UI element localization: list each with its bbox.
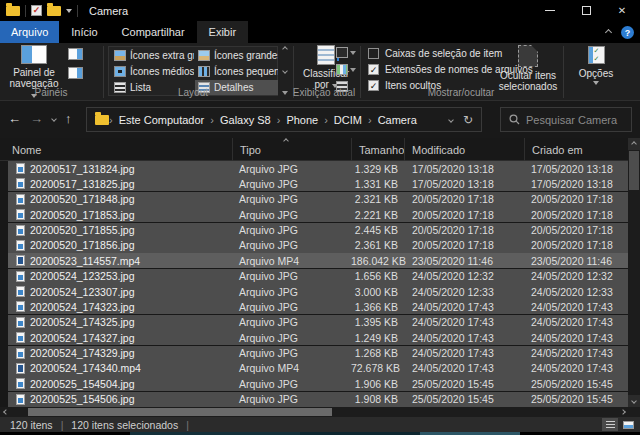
explorer-window: ✓ Camera ✕ Arquivo Início Compartilhar E…: [0, 0, 640, 435]
properties-icon[interactable]: ✓: [31, 5, 42, 16]
column-header-tipo[interactable]: Tipo: [232, 138, 351, 161]
table-row[interactable]: 20200520_171853.jpg Arquivo JPG 2.221 KB…: [8, 207, 628, 222]
tab-exibir[interactable]: Exibir: [197, 21, 249, 43]
table-row[interactable]: 20200523_114557.mp4 Arquivo MP4 186.042 …: [8, 253, 628, 268]
file-type: Arquivo JPG: [232, 239, 351, 251]
column-header-tamanho[interactable]: Tamanho: [351, 138, 404, 161]
options-button[interactable]: Opções: [568, 46, 624, 85]
history-dropdown-icon[interactable]: [51, 116, 57, 122]
vertical-scroll-thumb[interactable]: [629, 151, 639, 190]
table-row[interactable]: 20200525_154506.jpg Arquivo JPG 1.908 KB…: [8, 392, 628, 407]
forward-icon[interactable]: →: [30, 111, 43, 126]
file-created: 23/05/2020 11:46: [524, 255, 628, 267]
checkbox-icon[interactable]: ✓: [368, 64, 379, 75]
scroll-right-icon[interactable]: [617, 407, 628, 417]
file-size: 1.329 KB: [351, 163, 404, 175]
maximize-button[interactable]: [568, 0, 604, 21]
hide-selected-button[interactable]: Ocultar itens selecionados: [496, 45, 560, 92]
file-modified: 20/05/2020 17:18: [404, 193, 524, 205]
sort-by-icon: [317, 45, 335, 65]
breadcrumb-item[interactable]: Phone: [280, 114, 324, 126]
table-row[interactable]: 20200520_171848.jpg Arquivo JPG 2.321 KB…: [8, 192, 628, 207]
tab-compartilhar[interactable]: Compartilhar: [110, 21, 197, 43]
new-folder-icon[interactable]: [47, 6, 61, 16]
table-row[interactable]: 20200524_174327.jpg Arquivo JPG 1.249 KB…: [8, 330, 628, 345]
file-type: Arquivo JPG: [232, 332, 351, 344]
file-modified: 23/05/2020 11:46: [404, 255, 524, 267]
navigation-pane-icon: [21, 45, 47, 64]
file-type: Arquivo JPG: [232, 347, 351, 359]
column-header-modificado[interactable]: Modificado: [404, 138, 524, 161]
table-row[interactable]: 20200524_123307.jpg Arquivo JPG 3.000 KB…: [8, 284, 628, 299]
group-by-button[interactable]: [336, 47, 356, 58]
breadcrumb-item[interactable]: Camera: [372, 114, 423, 126]
layout-option-ícones-grandes[interactable]: Ícones grandes: [195, 48, 278, 63]
group-separator: [360, 46, 361, 98]
table-row[interactable]: 20200525_154504.jpg Arquivo JPG 1.906 KB…: [8, 376, 628, 391]
column-header-criado[interactable]: Criado em: [524, 138, 624, 161]
breadcrumb-item[interactable]: DCIM: [328, 114, 368, 126]
file-size: 1.906 KB: [351, 378, 404, 390]
up-icon[interactable]: ↑: [65, 111, 72, 126]
thumbnails-view-button[interactable]: [620, 418, 636, 431]
selected-count: 120 itens selecionados: [71, 419, 178, 431]
collapse-ribbon-icon[interactable]: [605, 29, 612, 36]
customize-qat-icon[interactable]: [66, 9, 72, 13]
preview-pane-icon[interactable]: [68, 48, 83, 60]
file-name: 20200524_174340.mp4: [30, 362, 141, 374]
file-modified: 24/05/2020 17:43: [404, 316, 524, 328]
details-view-button[interactable]: [602, 418, 618, 431]
layout-option-ícones-extra-grandes[interactable]: Ícones extra grandes: [111, 48, 194, 63]
file-name: 20200520_171853.jpg: [30, 209, 135, 221]
scroll-up-icon[interactable]: [628, 138, 640, 150]
table-row[interactable]: 20200524_123253.jpg Arquivo JPG 1.656 KB…: [8, 269, 628, 284]
vertical-scrollbar[interactable]: [628, 138, 640, 407]
table-row[interactable]: 20200517_131824.jpg Arquivo JPG 1.329 KB…: [8, 161, 628, 176]
details-pane-icon[interactable]: [68, 67, 83, 79]
file-size: 72.678 KB: [351, 362, 404, 374]
file-type: Arquivo JPG: [232, 193, 351, 205]
file-created: 20/05/2020 17:18: [524, 193, 628, 205]
tab-inicio[interactable]: Início: [59, 21, 109, 43]
table-row[interactable]: 20200517_131825.jpg Arquivo JPG 1.331 KB…: [8, 176, 628, 191]
table-row[interactable]: 20200524_174329.jpg Arquivo JPG 1.268 KB…: [8, 346, 628, 361]
column-header-nome[interactable]: Nome: [0, 138, 232, 161]
file-icon: [16, 209, 25, 220]
table-row[interactable]: 20200520_171855.jpg Arquivo JPG 2.445 KB…: [8, 223, 628, 238]
file-name: 20200520_171856.jpg: [30, 239, 135, 251]
breadcrumb-folder-icon: [95, 115, 109, 125]
scroll-left-icon[interactable]: [0, 407, 11, 417]
help-icon[interactable]: ?: [621, 26, 634, 39]
scroll-down-icon[interactable]: [628, 395, 640, 407]
table-row[interactable]: 20200524_174323.jpg Arquivo JPG 1.366 KB…: [8, 299, 628, 314]
table-row[interactable]: 20200524_174325.jpg Arquivo JPG 1.395 KB…: [8, 315, 628, 330]
gallery-down-icon[interactable]: [282, 68, 288, 74]
back-icon[interactable]: ←: [8, 111, 21, 126]
address-dropdown-icon[interactable]: [448, 117, 454, 123]
file-modified: 17/05/2020 13:18: [404, 163, 524, 175]
breadcrumb-item[interactable]: Galaxy S8: [214, 114, 277, 126]
layout-option-ícones-pequenos[interactable]: Ícones pequenos: [195, 64, 278, 79]
close-button[interactable]: ✕: [604, 0, 640, 21]
horizontal-scrollbar[interactable]: [0, 407, 640, 417]
gallery-up-icon[interactable]: [282, 46, 288, 52]
layout-option-ícones-médios[interactable]: Ícones médios: [111, 64, 194, 79]
breadcrumb-item[interactable]: Este Computador: [113, 114, 211, 126]
horizontal-scroll-thumb[interactable]: [28, 408, 332, 416]
checkbox-icon[interactable]: [368, 48, 379, 59]
file-size: 1.366 KB: [351, 301, 404, 313]
file-modified: 25/05/2020 15:45: [404, 393, 524, 405]
table-row[interactable]: 20200524_174340.mp4 Arquivo MP4 72.678 K…: [8, 361, 628, 376]
search-input[interactable]: [526, 114, 623, 126]
refresh-icon[interactable]: ↻: [463, 113, 473, 127]
group-separator: [563, 46, 564, 98]
title-bar: ✓ Camera ✕: [0, 0, 640, 21]
file-size: 1.656 KB: [351, 270, 404, 282]
file-icon: [16, 301, 25, 312]
table-row[interactable]: 20200520_171856.jpg Arquivo JPG 2.361 KB…: [8, 238, 628, 253]
minimize-button[interactable]: [532, 0, 568, 21]
add-columns-button[interactable]: [336, 64, 356, 75]
tab-arquivo[interactable]: Arquivo: [0, 21, 59, 43]
checkbox-caixas-de-seleção-de-item[interactable]: Caixas de seleção de item: [368, 48, 502, 59]
file-icon: [16, 317, 25, 328]
